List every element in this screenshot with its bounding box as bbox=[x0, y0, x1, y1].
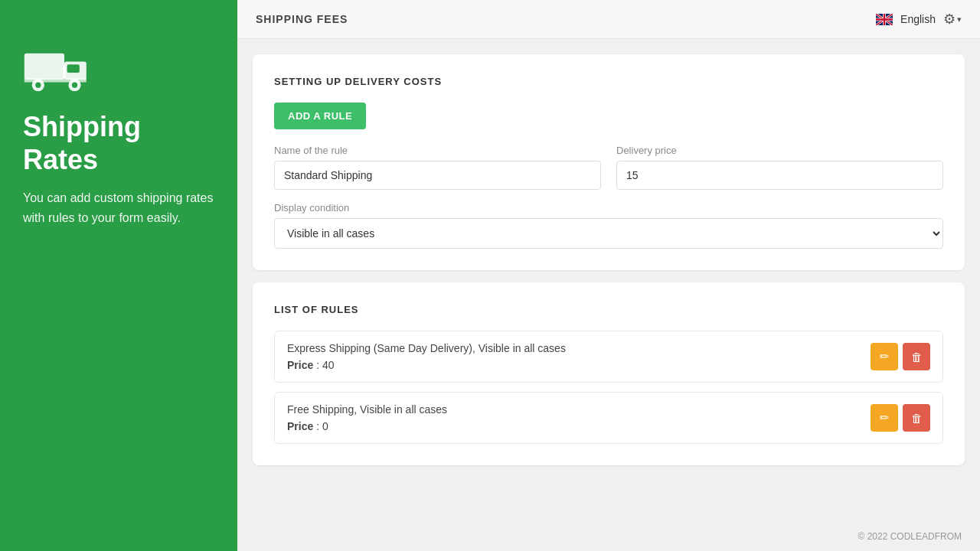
left-panel-title: Shipping Rates bbox=[23, 110, 214, 176]
name-label: Name of the rule bbox=[274, 145, 601, 156]
add-rule-button[interactable]: ADD A RULE bbox=[274, 103, 366, 129]
settings-icon: ⚙ bbox=[943, 11, 956, 28]
page-title: SHIPPING FEES bbox=[256, 13, 348, 25]
delivery-price-input[interactable] bbox=[616, 161, 943, 190]
setup-delivery-card: SETTING UP DELIVERY COSTS ADD A RULE Nam… bbox=[253, 54, 965, 270]
left-panel-description: You can add custom shipping rates with r… bbox=[23, 188, 214, 227]
price-field-group: Delivery price bbox=[616, 145, 943, 190]
rules-list-card: LIST OF RULES Express Shipping (Same Day… bbox=[253, 282, 965, 465]
svg-rect-2 bbox=[67, 64, 80, 73]
rules-card-title: LIST OF RULES bbox=[274, 304, 943, 315]
setup-card-title: SETTING UP DELIVERY COSTS bbox=[274, 76, 943, 87]
condition-field-group: Display condition Visible in all cases V… bbox=[274, 202, 943, 249]
rule-actions: ✏ 🗑 bbox=[871, 404, 930, 432]
top-bar-right: English ⚙ ▾ bbox=[876, 11, 962, 28]
rule-price: Price : 0 bbox=[287, 420, 447, 432]
price-label: Delivery price bbox=[616, 145, 943, 156]
price-colon: : bbox=[316, 359, 322, 371]
truck-icon bbox=[23, 46, 214, 95]
rule-list: Express Shipping (Same Day Delivery), Vi… bbox=[274, 331, 943, 444]
right-panel: SHIPPING FEES English ⚙ ▾ SETTING UP DEL… bbox=[237, 0, 980, 551]
price-label-text: Price bbox=[287, 359, 313, 371]
rule-name-input[interactable] bbox=[274, 161, 601, 190]
name-field-group: Name of the rule bbox=[274, 145, 601, 190]
settings-button[interactable]: ⚙ ▾ bbox=[943, 11, 962, 28]
rule-info: Express Shipping (Same Day Delivery), Vi… bbox=[287, 342, 566, 371]
rule-actions: ✏ 🗑 bbox=[871, 343, 930, 370]
rule-price: Price : 40 bbox=[287, 359, 566, 371]
main-content: SETTING UP DELIVERY COSTS ADD A RULE Nam… bbox=[237, 39, 980, 522]
footer-text: © 2022 CODLEADFROM bbox=[858, 531, 962, 542]
svg-rect-0 bbox=[24, 54, 64, 80]
rule-info: Free Shipping, Visible in all cases Pric… bbox=[287, 403, 447, 432]
svg-point-6 bbox=[35, 83, 41, 88]
price-value: 40 bbox=[322, 359, 335, 371]
chevron-down-icon: ▾ bbox=[957, 15, 962, 24]
left-panel: Shipping Rates You can add custom shippi… bbox=[0, 0, 237, 551]
rule-item: Express Shipping (Same Day Delivery), Vi… bbox=[274, 331, 943, 383]
display-condition-select[interactable]: Visible in all cases Visible if cart tot… bbox=[274, 218, 943, 249]
delete-rule-button[interactable]: 🗑 bbox=[903, 343, 930, 370]
svg-point-8 bbox=[72, 83, 77, 88]
name-price-row: Name of the rule Delivery price bbox=[274, 145, 943, 190]
footer: © 2022 CODLEADFROM bbox=[237, 522, 980, 551]
svg-rect-3 bbox=[63, 66, 66, 78]
price-colon: : bbox=[316, 420, 322, 432]
price-value: 0 bbox=[322, 420, 328, 432]
rule-name: Free Shipping, Visible in all cases bbox=[287, 403, 447, 416]
flag-icon bbox=[876, 14, 893, 25]
delete-rule-button[interactable]: 🗑 bbox=[903, 404, 930, 432]
top-bar: SHIPPING FEES English ⚙ ▾ bbox=[237, 0, 980, 39]
price-label-text: Price bbox=[287, 420, 313, 432]
edit-rule-button[interactable]: ✏ bbox=[871, 343, 898, 370]
language-label: English bbox=[900, 13, 936, 25]
rule-name: Express Shipping (Same Day Delivery), Vi… bbox=[287, 342, 566, 354]
edit-rule-button[interactable]: ✏ bbox=[871, 404, 898, 432]
condition-label: Display condition bbox=[274, 202, 943, 214]
rule-item: Free Shipping, Visible in all cases Pric… bbox=[274, 392, 943, 444]
